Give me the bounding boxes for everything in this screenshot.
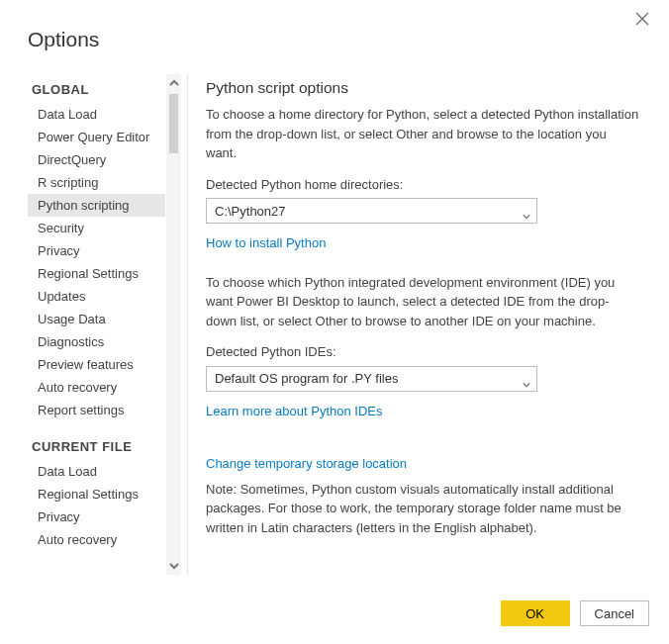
home-dir-value: C:\Python27 (215, 202, 286, 222)
sidebar-scrollbar[interactable] (165, 74, 181, 575)
chevron-down-icon (523, 207, 530, 215)
install-python-link[interactable]: How to install Python (206, 233, 326, 253)
learn-ide-link[interactable]: Learn more about Python IDEs (206, 402, 383, 421)
intro-text: To choose a home directory for Python, s… (206, 105, 639, 163)
nav-item-power-query-editor[interactable]: Power Query Editor (28, 126, 165, 148)
chevron-down-icon[interactable] (166, 557, 181, 575)
sidebar: GLOBAL Data Load Power Query Editor Dire… (28, 74, 181, 575)
ide-dropdown[interactable]: Default OS program for .PY files (206, 366, 537, 392)
ok-button[interactable]: OK (501, 600, 570, 626)
ide-value: Default OS program for .PY files (215, 369, 398, 389)
cancel-button[interactable]: Cancel (580, 600, 649, 626)
content-heading: Python script options (206, 76, 639, 99)
chevron-up-icon[interactable] (166, 74, 181, 92)
nav-item-cf-regional-settings[interactable]: Regional Settings (28, 483, 165, 506)
nav-item-r-scripting[interactable]: R scripting (28, 171, 165, 194)
nav-list: GLOBAL Data Load Power Query Editor Dire… (28, 74, 165, 575)
nav-item-preview-features[interactable]: Preview features (28, 353, 165, 376)
vertical-divider (187, 74, 188, 575)
chevron-down-icon (523, 375, 530, 383)
home-dir-label: Detected Python home directories: (206, 175, 639, 195)
ide-label: Detected Python IDEs: (206, 342, 639, 362)
section-header-current-file: CURRENT FILE (28, 431, 165, 460)
nav-item-diagnostics[interactable]: Diagnostics (28, 330, 165, 353)
nav-item-cf-privacy[interactable]: Privacy (28, 506, 165, 528)
ide-intro-text: To choose which Python integrated develo… (206, 273, 639, 331)
nav-item-regional-settings[interactable]: Regional Settings (28, 262, 165, 285)
change-storage-link[interactable]: Change temporary storage location (206, 454, 407, 474)
nav-item-cf-auto-recovery[interactable]: Auto recovery (28, 528, 165, 551)
dialog-title: Options (28, 28, 99, 51)
dialog-footer: OK Cancel (501, 600, 649, 626)
scrollbar-thumb[interactable] (169, 94, 178, 153)
nav-item-data-load[interactable]: Data Load (28, 103, 165, 126)
nav-item-report-settings[interactable]: Report settings (28, 399, 165, 421)
section-header-global: GLOBAL (28, 74, 165, 103)
nav-item-security[interactable]: Security (28, 217, 165, 239)
storage-note: Note: Sometimes, Python custom visuals a… (206, 480, 639, 538)
nav-item-directquery[interactable]: DirectQuery (28, 148, 165, 171)
nav-item-cf-data-load[interactable]: Data Load (28, 460, 165, 483)
nav-item-python-scripting[interactable]: Python scripting (28, 194, 165, 217)
content-pane: Python script options To choose a home d… (206, 74, 649, 575)
home-dir-dropdown[interactable]: C:\Python27 (206, 198, 537, 224)
nav-item-updates[interactable]: Updates (28, 285, 165, 308)
nav-item-usage-data[interactable]: Usage Data (28, 308, 165, 330)
nav-item-privacy[interactable]: Privacy (28, 239, 165, 262)
close-icon[interactable] (635, 12, 651, 28)
nav-item-auto-recovery[interactable]: Auto recovery (28, 376, 165, 399)
dialog-body: GLOBAL Data Load Power Query Editor Dire… (28, 74, 649, 575)
